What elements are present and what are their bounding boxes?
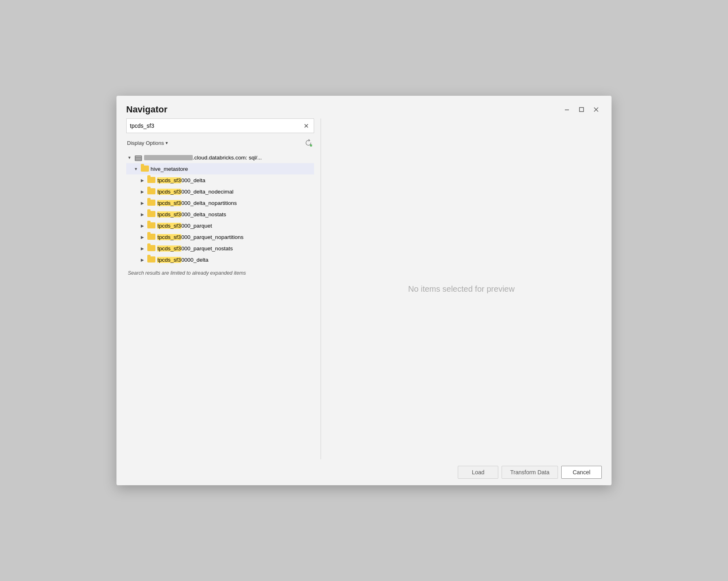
item-label: tpcds_sf3000_delta [157, 177, 312, 183]
title-bar: Navigator [116, 96, 612, 118]
highlight-text: tpcds_sf3 [157, 245, 181, 252]
item-folder-icon [147, 188, 155, 195]
item-label: tpcds_sf3000_parquet_nostats [157, 245, 312, 252]
item-toggle-icon[interactable]: ▶ [139, 211, 146, 217]
item-label: tpcds_sf3000_parquet_nopartitions [157, 234, 312, 240]
root-item-label: .cloud.databricks.com: sql/... [144, 155, 312, 161]
display-options-label: Display Options [127, 140, 164, 146]
title-bar-buttons [561, 104, 602, 115]
list-item[interactable]: ▶ tpcds_sf3000_parquet [126, 220, 314, 231]
display-options-chevron-icon: ▾ [166, 140, 168, 146]
svg-rect-7 [136, 156, 141, 157]
hive-toggle-icon[interactable]: ▼ [133, 166, 139, 172]
list-item[interactable]: ▶ tpcds_sf3000_delta [126, 174, 314, 186]
hive-metastore-label: hive_metastore [151, 166, 312, 172]
tree-hive-metastore-item[interactable]: ▼ hive_metastore [126, 163, 314, 174]
left-panel: ✕ Display Options ▾ ✓ [126, 118, 321, 459]
item-toggle-icon[interactable]: ▶ [139, 222, 146, 229]
item-toggle-icon[interactable]: ▶ [139, 177, 146, 183]
highlight-text: tpcds_sf3 [157, 223, 181, 229]
svg-rect-9 [136, 159, 141, 160]
hive-folder-icon [141, 166, 149, 172]
svg-rect-8 [136, 158, 141, 159]
list-item[interactable]: ▶ tpcds_sf30000_delta [126, 254, 314, 265]
list-item[interactable]: ▶ tpcds_sf3000_delta_nopartitions [126, 197, 314, 209]
item-label: tpcds_sf3000_delta_nopartitions [157, 200, 312, 206]
item-folder-icon [147, 234, 155, 240]
dialog-title: Navigator [126, 104, 167, 115]
item-folder-icon [147, 177, 155, 183]
item-toggle-icon[interactable]: ▶ [139, 200, 146, 206]
display-options-button[interactable]: Display Options ▾ [127, 140, 168, 146]
item-toggle-icon[interactable]: ▶ [139, 245, 146, 252]
redacted-host [144, 155, 193, 160]
highlight-text: tpcds_sf3 [157, 189, 181, 195]
item-toggle-icon[interactable]: ▶ [139, 234, 146, 240]
svg-rect-0 [565, 110, 569, 110]
list-item[interactable]: ▶ tpcds_sf3000_delta_nodecimal [126, 186, 314, 197]
highlight-text: tpcds_sf3 [157, 257, 181, 263]
search-bar: ✕ [126, 118, 314, 133]
dialog-body: ✕ Display Options ▾ ✓ [116, 118, 612, 459]
item-label: tpcds_sf30000_delta [157, 257, 312, 263]
maximize-button[interactable] [576, 104, 587, 115]
list-item[interactable]: ▶ tpcds_sf3000_parquet_nopartitions [126, 231, 314, 243]
item-folder-icon [147, 256, 155, 263]
highlight-text: tpcds_sf3 [157, 211, 181, 217]
list-item[interactable]: ▶ tpcds_sf3000_delta_nostats [126, 209, 314, 220]
item-folder-icon [147, 211, 155, 217]
search-clear-button[interactable]: ✕ [302, 122, 310, 130]
root-label-suffix: .cloud.databricks.com: sql/... [193, 155, 262, 161]
item-folder-icon [147, 200, 155, 206]
item-toggle-icon[interactable]: ▶ [139, 188, 146, 195]
item-folder-icon [147, 222, 155, 229]
right-panel: No items selected for preview [321, 118, 602, 459]
refresh-button[interactable]: ✓ [303, 137, 314, 148]
highlight-text: tpcds_sf3 [157, 234, 181, 240]
svg-rect-1 [579, 108, 584, 112]
root-server-icon [134, 154, 142, 161]
item-label: tpcds_sf3000_delta_nostats [157, 211, 312, 217]
tree-root-item[interactable]: ▼ .cloud.databricks.com: sql/... [126, 152, 314, 163]
display-options-bar: Display Options ▾ ✓ [126, 137, 314, 148]
load-button[interactable]: Load [458, 466, 498, 479]
root-toggle-icon[interactable]: ▼ [126, 154, 133, 161]
highlight-text: tpcds_sf3 [157, 200, 181, 206]
item-folder-icon [147, 245, 155, 252]
no-preview-message: No items selected for preview [408, 284, 515, 294]
search-note: Search results are limited to already ex… [126, 265, 314, 279]
list-item[interactable]: ▶ tpcds_sf3000_parquet_nostats [126, 243, 314, 254]
item-label: tpcds_sf3000_parquet [157, 223, 312, 229]
item-toggle-icon[interactable]: ▶ [139, 256, 146, 263]
dialog-footer: Load Transform Data Cancel [116, 459, 612, 485]
item-label: tpcds_sf3000_delta_nodecimal [157, 189, 312, 195]
svg-text:✓: ✓ [310, 144, 312, 146]
close-button[interactable] [590, 104, 602, 115]
cancel-button[interactable]: Cancel [561, 466, 602, 479]
transform-data-button[interactable]: Transform Data [502, 466, 558, 479]
highlight-text: tpcds_sf3 [157, 177, 181, 183]
navigator-dialog: Navigator ✕ Display Options [116, 96, 612, 485]
tree-container: ▼ .cloud.databricks.com: sql/... [126, 152, 314, 459]
minimize-button[interactable] [561, 104, 573, 115]
search-input[interactable] [130, 123, 302, 129]
